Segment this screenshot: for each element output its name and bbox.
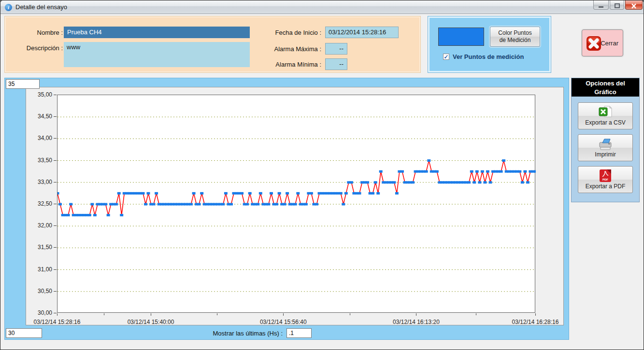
data-point-marker: [350, 181, 353, 183]
data-point-marker: [475, 170, 479, 173]
y-axis-label: 33,50: [27, 157, 52, 164]
y-axis-tick: [54, 204, 57, 204]
exportar-csv-button[interactable]: Exportar a CSV: [578, 102, 633, 129]
data-point-marker: [310, 192, 313, 195]
nombre-label: Nombre :: [14, 29, 63, 36]
data-point-marker: [189, 203, 193, 206]
ymax-input[interactable]: [6, 79, 40, 89]
data-point-marker: [221, 203, 225, 206]
data-point-marker: [481, 170, 484, 173]
ver-puntos-checkbox[interactable]: ✓: [443, 54, 449, 60]
data-point-marker: [283, 203, 286, 206]
y-axis-tick: [54, 291, 57, 292]
data-point-marker: [142, 192, 145, 195]
window-title: Detalle del ensayo: [15, 3, 67, 11]
minimize-button[interactable]: [593, 0, 609, 10]
data-point-marker: [342, 203, 345, 206]
alarma-minima-field: --: [325, 58, 347, 70]
x-axis-label: 03/12/14 16:13:20: [393, 319, 440, 325]
descripcion-field[interactable]: www: [64, 42, 250, 67]
data-point-marker: [374, 181, 377, 183]
data-point-marker: [401, 170, 404, 173]
data-point-marker: [120, 214, 123, 216]
data-point-marker: [483, 181, 487, 183]
data-point-marker: [358, 192, 361, 195]
x-axis-minor-tick: [217, 313, 217, 315]
data-point-marker: [229, 203, 233, 206]
data-point-marker: [248, 192, 252, 195]
info-icon: i: [5, 4, 12, 11]
data-point-marker: [502, 159, 505, 162]
data-point-marker: [427, 159, 430, 162]
close-x-icon: [586, 36, 601, 51]
maximize-icon: [615, 3, 620, 8]
data-point-marker: [521, 181, 524, 183]
fecha-inicio-label: Fecha de Inicio :: [256, 29, 321, 36]
y-axis-label: 30,00: [27, 309, 52, 316]
data-point-marker: [470, 170, 473, 173]
data-point-marker: [296, 192, 300, 195]
data-point-marker: [411, 181, 415, 183]
data-point-marker: [90, 203, 94, 206]
line-chart: [57, 95, 536, 313]
data-point-marker: [379, 170, 383, 173]
data-point-marker: [57, 192, 59, 195]
data-point-marker: [294, 203, 297, 206]
y-axis-tick: [54, 313, 57, 313]
data-point-marker: [114, 203, 118, 206]
ymin-input[interactable]: [6, 328, 42, 338]
close-icon: [631, 3, 637, 9]
y-axis-label: 32,00: [27, 222, 52, 229]
data-point-marker: [152, 203, 156, 206]
data-point-marker: [155, 192, 158, 195]
y-axis-label: 31,00: [27, 266, 52, 273]
excel-icon: [598, 105, 613, 119]
y-axis-tick: [54, 95, 57, 95]
cerrar-label: Cerrar: [601, 40, 618, 47]
chart-control: 35,0034,5034,0033,5033,0032,5032,0031,50…: [26, 87, 564, 325]
data-point-marker: [278, 192, 281, 195]
y-axis-label: 34,50: [27, 113, 52, 120]
title-bar[interactable]: i Detalle del ensayo: [0, 0, 644, 14]
mostrar-ultimas-label: Mostrar las últimas (Hs) :: [140, 330, 283, 337]
cerrar-button[interactable]: Cerrar: [582, 29, 623, 56]
data-point-marker: [245, 203, 249, 206]
x-axis-tick: [283, 313, 284, 316]
data-point-marker: [435, 170, 439, 173]
alarma-minima-label: Alarma Mínima :: [254, 61, 321, 68]
y-axis-label: 30,50: [27, 288, 52, 294]
y-axis-tick: [54, 182, 57, 182]
data-point-marker: [93, 214, 97, 216]
data-point-marker: [523, 170, 527, 173]
data-point-marker: [339, 192, 343, 195]
hours-input[interactable]: [286, 328, 312, 338]
data-point-marker: [275, 203, 278, 206]
close-window-button[interactable]: [625, 0, 643, 10]
data-point-marker: [67, 214, 70, 216]
y-axis-tick: [54, 160, 57, 161]
y-axis-tick: [54, 116, 57, 117]
maximize-button[interactable]: [610, 0, 624, 10]
options-panel-title: Opciones del Gráfico: [572, 78, 639, 97]
data-point-marker: [286, 192, 289, 195]
data-point-marker: [315, 203, 318, 206]
data-point-marker: [486, 170, 489, 173]
pdf-icon: PDF: [599, 169, 612, 182]
data-point-marker: [371, 192, 374, 195]
options-panel: Opciones del Gráfico Exportar a CSV Impr…: [571, 78, 640, 202]
x-axis-label: 03/12/14 15:28:16: [34, 319, 81, 325]
dialog-window: i Detalle del ensayo Nombre : Prueba CH4…: [0, 0, 644, 350]
exportar-pdf-button[interactable]: PDF Exportar a PDF: [578, 166, 633, 193]
point-color-swatch: [438, 28, 484, 46]
x-axis-label: 03/12/14 15:40:00: [128, 319, 174, 325]
y-axis-tick: [54, 138, 57, 139]
test-info-panel: Nombre : Prueba CH4 Descripción : www Fe…: [4, 16, 421, 73]
y-axis-label: 33,00: [27, 179, 52, 185]
color-puntos-button[interactable]: Color Puntos de Medición: [490, 27, 540, 47]
data-point-marker: [147, 192, 150, 195]
data-point-marker: [344, 192, 348, 195]
imprimir-button[interactable]: Imprimir: [578, 134, 633, 161]
nombre-field[interactable]: Prueba CH4: [64, 27, 250, 38]
data-point-marker: [104, 203, 107, 206]
data-point-marker: [58, 203, 62, 206]
